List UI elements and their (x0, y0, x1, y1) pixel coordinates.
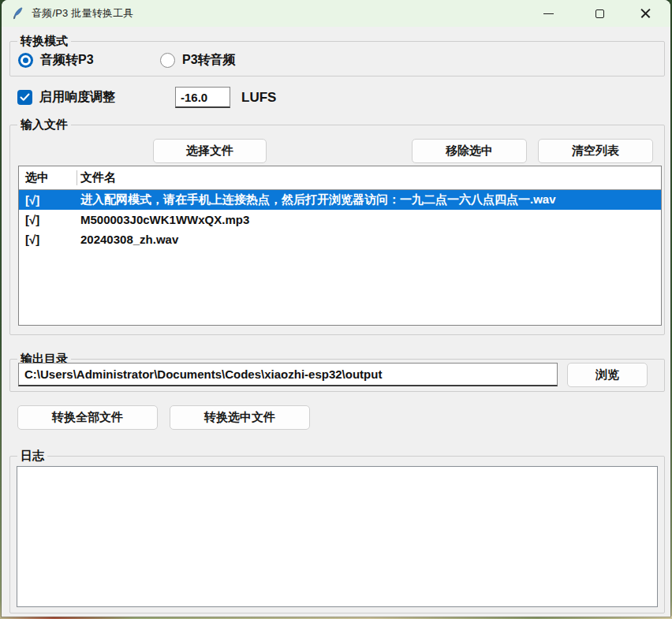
row-checked-cell[interactable]: [√] (19, 193, 77, 207)
loudness-checkbox-label: 启用响度调整 (39, 89, 115, 106)
radio-audio-to-p3-label: 音频转P3 (40, 52, 94, 69)
output-path-input[interactable] (18, 363, 558, 386)
lufs-unit-label: LUFS (241, 90, 276, 106)
conversion-mode-group: 转换模式 音频转P3 P3转音频 (9, 41, 665, 76)
row-filename-cell[interactable]: 20240308_zh.wav (77, 233, 661, 246)
browse-button[interactable]: 浏览 (567, 363, 648, 387)
checkbox-checked-icon (17, 90, 32, 105)
convert-all-button[interactable]: 转换全部文件 (17, 405, 158, 430)
loudness-row: 启用响度调整 LUFS (17, 87, 663, 110)
table-row[interactable]: [√] M500003J0cWK1WWxQX.mp3 (19, 210, 661, 229)
log-textarea[interactable] (17, 466, 658, 607)
mode-radio-row: 音频转P3 P3转音频 (17, 51, 658, 69)
conversion-mode-group-label: 转换模式 (17, 34, 71, 48)
table-row[interactable]: [√] 进入配网模式，请在手机上连接热点，然后打开浏览器访问：一九二点一六八点四… (19, 190, 661, 210)
row-checked-cell[interactable]: [√] (19, 213, 77, 226)
log-group: 日志 (9, 456, 665, 613)
row-checked-cell[interactable]: [√] (19, 233, 77, 246)
radio-unselected-icon (160, 53, 175, 68)
title-bar[interactable]: 音频/P3 批量转换工具 (2, 0, 670, 27)
app-window: 音频/P3 批量转换工具 转换模式 音频转P3 P3转音频 (2, 0, 670, 617)
remove-selected-button[interactable]: 移除选中 (412, 139, 527, 163)
log-group-label: 日志 (17, 449, 47, 463)
minimize-button[interactable] (530, 0, 566, 27)
loudness-checkbox[interactable]: 启用响度调整 (17, 89, 115, 106)
python-feather-icon (12, 7, 24, 20)
minimize-icon (543, 13, 554, 14)
row-filename-cell[interactable]: 进入配网模式，请在手机上连接热点，然后打开浏览器访问：一九二点一六八点四点一.w… (77, 192, 661, 207)
radio-audio-to-p3[interactable]: 音频转P3 (18, 51, 94, 69)
row-filename-cell[interactable]: M500003J0cWK1WWxQX.mp3 (77, 213, 661, 226)
lufs-value-input[interactable] (175, 87, 230, 108)
window-title: 音频/P3 批量转换工具 (32, 6, 134, 21)
input-files-group-label: 输入文件 (17, 117, 71, 132)
convert-selected-button[interactable]: 转换选中文件 (170, 405, 310, 430)
radio-p3-to-audio[interactable]: P3转音频 (160, 51, 236, 69)
radio-p3-to-audio-label: P3转音频 (182, 52, 236, 69)
clear-list-button[interactable]: 清空列表 (538, 139, 653, 163)
table-row[interactable]: [√] 20240308_zh.wav (19, 229, 661, 249)
header-filename-column[interactable]: 文件名 (77, 166, 661, 189)
file-list-table[interactable]: 选中 文件名 [√] 进入配网模式，请在手机上连接热点，然后打开浏览器访问：一九… (18, 166, 662, 326)
column-separator[interactable] (77, 170, 77, 185)
file-list-header[interactable]: 选中 文件名 (19, 166, 661, 190)
select-files-button[interactable]: 选择文件 (153, 139, 267, 163)
input-files-group: 输入文件 选择文件 移除选中 清空列表 选中 文件名 [√] 进入配网模式，请在… (9, 125, 665, 335)
output-directory-group: 输出目录 浏览 (9, 359, 665, 392)
close-button[interactable] (627, 0, 663, 27)
radio-selected-icon (18, 53, 33, 68)
maximize-icon (595, 9, 604, 18)
header-checked-column[interactable]: 选中 (19, 166, 77, 189)
maximize-button[interactable] (581, 0, 618, 27)
close-icon (640, 9, 651, 19)
